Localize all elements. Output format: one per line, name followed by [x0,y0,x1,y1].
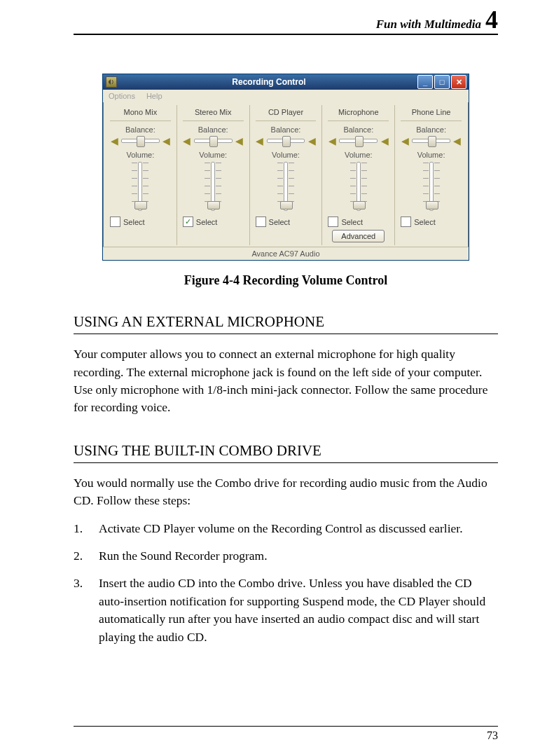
volume-label: Volume: [401,151,462,159]
menu-bar: Options Help [103,90,469,102]
select-checkbox-row[interactable]: Select [256,217,317,227]
minimize-button[interactable]: _ [417,75,433,89]
list-item: 3.Insert the audio CD into the Combo dri… [74,575,498,646]
volume-label: Volume: [328,151,389,159]
volume-slider[interactable] [328,162,389,211]
mixer-body: Mono MixBalance:◀◀Volume:SelectStereo Mi… [103,102,469,247]
select-checkbox-row[interactable]: Select [328,217,389,227]
speaker-right-icon: ◀ [235,137,244,145]
section-heading-microphone: USING AN EXTERNAL MICROPHONE [74,313,498,334]
select-checkbox[interactable] [256,217,266,227]
select-checkbox[interactable] [328,217,338,227]
volume-label: Volume: [256,151,317,159]
balance-label: Balance: [256,125,317,134]
balance-slider[interactable]: ◀◀ [183,137,244,145]
page-footer: 73 [74,726,498,742]
menu-options[interactable]: Options [109,92,135,100]
balance-label: Balance: [401,125,462,134]
select-checkbox-row[interactable]: Select [401,217,462,227]
steps-list: 1.Activate CD Player volume on the Recor… [74,520,498,646]
window-titlebar: Recording Control _ □ ✕ [103,74,469,90]
list-item: 2.Run the Sound Recorder program. [74,547,498,565]
balance-slider[interactable]: ◀◀ [110,137,171,145]
channel-title: Microphone [328,108,389,121]
page-header: Fun with Multimedia 4 [74,7,498,35]
select-label: Select [341,218,363,226]
speaker-left-icon: ◀ [183,137,191,145]
menu-help[interactable]: Help [146,92,162,100]
speaker-left-icon: ◀ [110,137,118,145]
list-item-text: Activate CD Player volume on the Recordi… [99,520,463,537]
mixer-channel: Phone LineBalance:◀◀Volume:Select [395,105,467,245]
volume-label: Volume: [183,151,244,159]
window-title: Recording Control [120,77,417,87]
figure-caption: Figure 4-4 Recording Volume Control [74,273,498,288]
volume-slider[interactable] [256,162,317,211]
list-item-text: Run the Sound Recorder program. [99,547,268,565]
mixer-channel: CD PlayerBalance:◀◀Volume:Select [250,105,323,245]
channel-title: Stereo Mix [183,108,244,121]
page-number: 73 [487,729,498,741]
maximize-button[interactable]: □ [434,75,450,89]
channel-title: CD Player [256,108,317,121]
speaker-left-icon: ◀ [401,137,409,145]
list-item-number: 3. [74,575,99,646]
select-checkbox-row[interactable]: ✓Select [183,217,244,227]
mixer-channel: Mono MixBalance:◀◀Volume:Select [104,105,177,245]
balance-label: Balance: [328,125,389,134]
advanced-button[interactable]: Advanced [332,230,385,242]
recording-control-window: Recording Control _ □ ✕ Options Help Mon… [102,74,469,261]
speaker-left-icon: ◀ [256,137,264,145]
list-item-text: Insert the audio CD into the Combo drive… [99,575,498,646]
list-item-number: 1. [74,520,99,537]
select-checkbox[interactable] [110,217,120,227]
speaker-right-icon: ◀ [453,137,462,145]
balance-slider[interactable]: ◀◀ [328,137,389,145]
status-bar: Avance AC97 Audio [103,247,469,260]
volume-slider[interactable] [110,162,171,211]
mixer-channel: MicrophoneBalance:◀◀Volume:SelectAdvance… [322,105,395,245]
header-title: Fun with Multimedia [376,18,481,32]
speaker-right-icon: ◀ [380,137,389,145]
balance-label: Balance: [110,125,171,134]
volume-slider[interactable] [401,162,462,211]
speaker-right-icon: ◀ [307,137,316,145]
list-item: 1.Activate CD Player volume on the Recor… [74,520,498,537]
balance-slider[interactable]: ◀◀ [401,137,462,145]
figure-container: Recording Control _ □ ✕ Options Help Mon… [74,74,498,288]
section-heading-combo-drive: USING THE BUILT-IN COMBO DRIVE [74,442,498,463]
select-label: Select [269,218,291,226]
select-label: Select [123,218,145,226]
header-chapter-number: 4 [485,7,498,32]
section-body-microphone: Your computer allows you to connect an e… [74,345,498,417]
speaker-left-icon: ◀ [328,137,336,145]
balance-slider[interactable]: ◀◀ [256,137,317,145]
select-checkbox-row[interactable]: Select [110,217,171,227]
volume-label: Volume: [110,151,171,159]
close-button[interactable]: ✕ [451,75,466,89]
list-item-number: 2. [74,547,99,565]
volume-slider[interactable] [183,162,244,211]
svg-marker-0 [109,79,111,85]
select-label: Select [414,218,436,226]
channel-title: Mono Mix [110,108,171,121]
app-icon [106,76,117,88]
mixer-channel: Stereo MixBalance:◀◀Volume:✓Select [177,105,250,245]
section-intro-combo-drive: You would normally use the Combo drive f… [74,474,498,510]
balance-label: Balance: [183,125,244,134]
channel-title: Phone Line [401,108,462,121]
select-checkbox[interactable]: ✓ [183,217,193,227]
select-label: Select [196,218,218,226]
speaker-right-icon: ◀ [162,137,171,145]
select-checkbox[interactable] [401,217,411,227]
